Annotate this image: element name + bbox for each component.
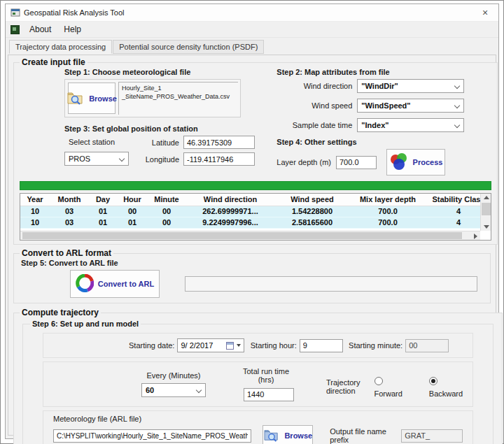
met-file-panel: Meteorology file (ARL file) Browse Outpu… [43,410,473,444]
chevron-down-icon [119,156,125,162]
starting-minute-field[interactable] [405,339,449,352]
menu-help[interactable]: Help [57,23,88,36]
process-button[interactable]: Process [386,149,445,176]
forward-label[interactable]: Forward [374,389,402,398]
color-wheel-icon [76,274,94,294]
column-header[interactable]: Minute [148,194,186,206]
wind-direction-label: Wind direction [276,82,352,90]
column-header[interactable]: Mix layer depth [349,194,426,206]
column-header[interactable]: Wind direction [186,194,275,206]
met-file-label: Meteorology file (ARL file) [53,415,463,423]
step2-title: Step 2: Map attributes from file [276,68,493,76]
starting-date-picker[interactable]: 9/ 2/2017 [177,338,244,352]
layer-depth-field[interactable] [336,156,377,169]
app-icon [10,8,20,17]
starting-hour-field[interactable] [300,339,343,352]
app-window: Geospatial Risk Analysis Tool × About He… [5,3,499,439]
column-header[interactable]: Month [50,194,89,206]
chevron-down-icon [454,103,460,108]
met-file-field[interactable] [53,429,251,443]
met-table-header-row: YearMonthDayHourMinuteWind directionWind… [20,194,491,206]
vertical-scroll-thumb[interactable] [482,203,491,215]
scroll-right-icon[interactable] [474,234,477,239]
wind-speed-select[interactable]: "WindSpeed" [357,99,464,113]
rgb-circles-icon [389,152,409,172]
wind-direction-value: "WindDir" [361,82,398,90]
selected-file-name: Hourly_Site_1 _SiteName_PROS_Weather_Dat… [118,82,238,115]
file-name-line2: _SiteName_PROS_Weather_Data.csv [122,92,235,101]
close-button[interactable]: × [475,6,496,20]
table-row[interactable]: 10030101009.2249997996...2.58165600700.0… [20,217,491,229]
met-table-body: 1003010000262.69999971...1.54228800700.0… [20,206,491,229]
convert-to-arl-button[interactable]: Convert to ARL [70,270,160,298]
wind-direction-select[interactable]: "WindDir" [357,79,464,93]
starting-minute-label: Starting minute: [349,341,402,350]
sample-date-time-label: Sample date time [276,121,352,129]
menu-about[interactable]: About [23,23,57,36]
layer-depth-label: Layer depth (m) [276,158,331,166]
output-prefix-field[interactable] [401,429,463,443]
arl-progress-bar [185,276,477,292]
tab-trajectory-data-processing[interactable]: Trajectory data processing [9,40,112,54]
starting-hour-label: Starting hour: [251,341,297,350]
scroll-down-icon[interactable] [484,225,489,229]
every-minutes-select[interactable]: 60 [141,383,206,397]
window-title: Geospatial Risk Analysis Tool [24,8,475,17]
trajectory-direction-label: Trajectory direction [326,378,360,395]
process-label: Process [413,158,443,166]
column-header[interactable]: Hour [117,194,148,206]
every-minutes-label: Every (Minutes) [141,371,206,380]
station-value: PROS [69,155,90,163]
station-select[interactable]: PROS [64,152,129,166]
column-header[interactable]: Wind speed [275,194,349,206]
create-input-file-title: Create input file [20,57,88,67]
run-settings-panel: Every (Minutes) 60 Total run time (hrs) … [43,361,473,407]
horizontal-scrollbar[interactable] [20,231,480,240]
calendar-icon [226,342,234,350]
browse-met-file-button[interactable]: Browse [68,83,115,114]
step6-group: Step 6: Set up and run model Starting da… [22,320,493,444]
sample-date-time-select[interactable]: "Index" [357,118,464,132]
table-row[interactable]: 1003010000262.69999971...1.54228800700.0… [20,206,491,217]
convert-arl-group: Convert to ARL format Step 5: Convert to… [13,248,491,303]
dropdown-arrow-icon [237,344,241,347]
browse-label: Browse [89,94,117,103]
forward-radio[interactable] [374,377,383,385]
browse-arl-button[interactable]: Browse [262,425,313,444]
folder-search-icon [263,428,280,443]
wind-speed-value: "WindSpeed" [361,101,410,110]
backward-radio[interactable] [429,377,438,385]
column-header[interactable]: Year [20,194,50,206]
latitude-field[interactable] [183,136,255,149]
total-run-time-field[interactable] [244,388,294,401]
longitude-field[interactable] [183,152,255,166]
process-progress-bar [20,181,491,190]
browse-arl-label: Browse [284,431,312,440]
backward-label[interactable]: Backward [429,389,463,398]
starting-date-value: 9/ 2/2017 [181,341,213,350]
latitude-label: Latitude [139,138,179,147]
step1-file-panel: Browse Hourly_Site_1 _SiteName_PROS_Weat… [64,79,241,117]
convert-arl-title: Convert to ARL format [20,248,113,258]
start-time-panel: Starting date: 9/ 2/2017 Starting hour: … [43,333,473,358]
step4-title: Step 4: Other settings [276,138,493,146]
horizontal-scroll-thumb[interactable] [22,232,462,239]
tab-psdf[interactable]: Potential source density function (PSDF) [113,40,264,54]
vertical-scrollbar[interactable] [480,194,491,231]
column-header[interactable]: Day [89,194,117,206]
chevron-down-icon [454,122,460,128]
compute-trajectory-title: Compute trajectory [20,308,101,317]
sample-date-time-value: "Index" [361,121,388,129]
folder-search-icon [66,90,85,107]
scroll-up-icon[interactable] [484,196,489,199]
step5-title: Step 5: Convert to ARL file [21,259,486,267]
about-icon [10,25,20,34]
step3-title: Step 3: Set global position of station [64,124,270,133]
tab-strip: Trajectory data processing Potential sou… [6,38,498,54]
chevron-down-icon [454,83,460,89]
menu-bar: About Help [6,22,498,38]
starting-date-label: Starting date: [129,341,174,350]
output-prefix-label: Output file name prefix [330,427,396,444]
title-bar: Geospatial Risk Analysis Tool × [6,4,498,22]
create-input-file-group: Create input file Step 1: Choose meteoro… [13,57,498,245]
